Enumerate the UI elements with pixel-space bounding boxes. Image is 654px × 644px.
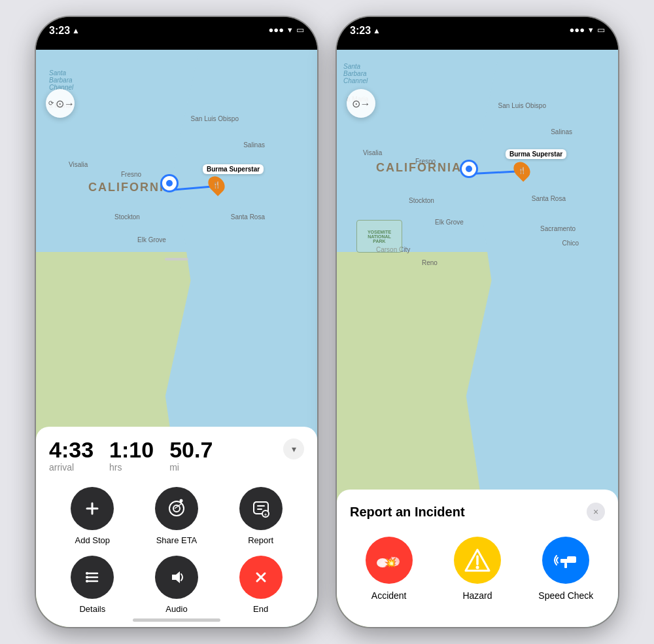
map-1: SantaBarbaraChannel San Luis Obispo Sali…	[36, 50, 317, 627]
hazard-button[interactable]: Hazard	[438, 537, 516, 601]
arrival-label: arrival	[49, 462, 94, 473]
report-header: Report an Incident ×	[350, 503, 605, 521]
action-grid-1: Add Stop Share ETA	[36, 480, 317, 627]
back-button-2[interactable]: ⊙→	[347, 89, 375, 118]
nav-info-1: 4:33 arrival 1:10 hrs 50.7 mi ▾	[36, 427, 317, 480]
signal-icon-1: ●●●	[268, 25, 284, 35]
destination-pin-2: 🍴	[515, 161, 529, 179]
accident-label: Accident	[371, 590, 407, 601]
x-icon	[252, 568, 270, 586]
arrival-value: 4:33	[49, 438, 94, 461]
city-chico-2: Chico	[562, 240, 579, 247]
city-santa-rosa-1: Santa Rosa	[231, 213, 265, 221]
report-label: Report	[248, 535, 273, 545]
city-stockton-2: Stockton	[409, 197, 434, 204]
signal-icon-2: ●●●	[569, 25, 585, 35]
drag-handle-1	[165, 258, 188, 260]
miles-value: 50.7	[169, 438, 213, 461]
accident-svg-icon: 💥	[375, 548, 404, 572]
expand-button-1[interactable]: ▾	[283, 438, 304, 459]
city-salinas-1: Salinas	[243, 141, 265, 149]
accident-button[interactable]: 💥 Accident	[350, 537, 428, 601]
battery-icon-2: ▭	[597, 25, 605, 35]
water-label-1: SantaBarbaraChannel	[49, 69, 73, 91]
list-icon	[83, 569, 101, 586]
audio-button[interactable]: Audio	[140, 556, 214, 614]
location-arrow-icon-1: ▲	[72, 26, 80, 35]
report-close-button[interactable]: ×	[587, 503, 605, 521]
details-button[interactable]: Details	[56, 556, 129, 614]
status-icons-2: ●●● ▾ ▭	[569, 25, 605, 35]
city-reno-2: Reno	[422, 259, 438, 266]
details-label: Details	[79, 604, 105, 614]
svg-point-7	[179, 499, 182, 503]
water-label-2: SantaBarbaraChannel	[343, 63, 368, 84]
hazard-svg-icon	[463, 547, 492, 573]
city-santa-rosa-2: Santa Rosa	[532, 195, 566, 202]
status-time-2: 3:23 ▲	[350, 25, 381, 37]
audio-label: Audio	[165, 604, 187, 614]
wifi-icon-2: ▾	[589, 25, 593, 35]
svg-rect-28	[560, 559, 568, 563]
city-san-luis-2: San Luis Obispo	[498, 102, 546, 109]
end-label: End	[253, 604, 268, 614]
carplay-icon-1: ⊙→	[56, 98, 75, 110]
audio-svg-icon	[167, 567, 186, 587]
arrival-stat: 4:33 arrival	[49, 438, 94, 473]
svg-text:💥: 💥	[384, 556, 397, 569]
end-button[interactable]: End	[224, 556, 298, 614]
back-button-1[interactable]: ⟳ ⊙→	[46, 89, 75, 118]
svg-point-5	[173, 505, 180, 512]
city-visalia-1: Visalia	[69, 161, 88, 168]
add-stop-button[interactable]: Add Stop	[56, 487, 129, 545]
report-svg-icon: +	[251, 499, 271, 518]
hazard-icon	[454, 537, 501, 584]
add-stop-icon	[71, 487, 114, 530]
current-location-pin-1	[160, 174, 179, 192]
svg-point-18	[86, 580, 88, 582]
city-san-luis-1: San Luis Obispo	[191, 115, 239, 122]
status-icons-1: ●●● ▾ ▭	[268, 25, 304, 35]
audio-icon	[155, 556, 198, 599]
destination-label-1: Burma Superstar	[203, 164, 264, 174]
bottom-panel-1: 4:33 arrival 1:10 hrs 50.7 mi ▾	[36, 427, 317, 627]
report-title: Report an Incident	[350, 505, 465, 520]
city-stockton-1: Stockton	[114, 213, 140, 221]
status-time-1: 3:23 ▲	[49, 25, 80, 37]
hrs-value: 1:10	[109, 438, 154, 461]
svg-rect-29	[564, 563, 567, 568]
speed-check-button[interactable]: Speed Check	[527, 537, 605, 601]
end-icon	[239, 556, 283, 599]
yosemite-park: YOSEMITENATIONALPARK	[356, 220, 402, 253]
svg-rect-27	[567, 556, 576, 563]
city-elk-grove-1: Elk Grove	[137, 236, 166, 243]
report-incident-panel: Report an Incident × 💥	[337, 490, 618, 627]
hrs-label: hrs	[109, 462, 154, 473]
report-icon: +	[239, 487, 283, 530]
plus-icon	[83, 499, 101, 518]
report-button[interactable]: + Report	[224, 487, 298, 545]
svg-point-16	[86, 572, 88, 575]
destination-label-2: Burma Superstar	[506, 149, 566, 159]
city-sacramento-2: Sacramento	[540, 225, 576, 232]
city-visalia-2: Visalia	[363, 149, 382, 156]
location-arrow-icon-2: ▲	[373, 26, 381, 35]
svg-point-17	[86, 576, 88, 579]
accident-icon: 💥	[366, 537, 413, 584]
phone-1: 3:23 ▲ ●●● ▾ ▭ ◀ Siri SantaBarbaraChanne…	[36, 17, 317, 627]
phone-2: 3:23 ▲ ●●● ▾ ▭ ◀ Siri SantaBarbaraChanne…	[337, 17, 618, 627]
svg-text:⟳: ⟳	[48, 99, 54, 107]
details-icon	[71, 556, 114, 599]
share-eta-button[interactable]: Share ETA	[140, 487, 214, 545]
share-eta-label: Share ETA	[156, 535, 198, 545]
city-fresno-2: Fresno	[415, 158, 436, 165]
close-icon: ×	[593, 507, 598, 517]
speed-check-icon	[542, 537, 589, 584]
drag-handle-container-1	[36, 253, 317, 266]
destination-pin-1: 🍴	[209, 175, 224, 194]
speed-check-svg-icon	[551, 547, 580, 573]
city-salinas-2: Salinas	[551, 128, 572, 135]
wifi-icon-1: ▾	[288, 25, 292, 35]
notch-1	[135, 17, 218, 39]
carplay-icon-2: ⊙→	[352, 98, 371, 110]
